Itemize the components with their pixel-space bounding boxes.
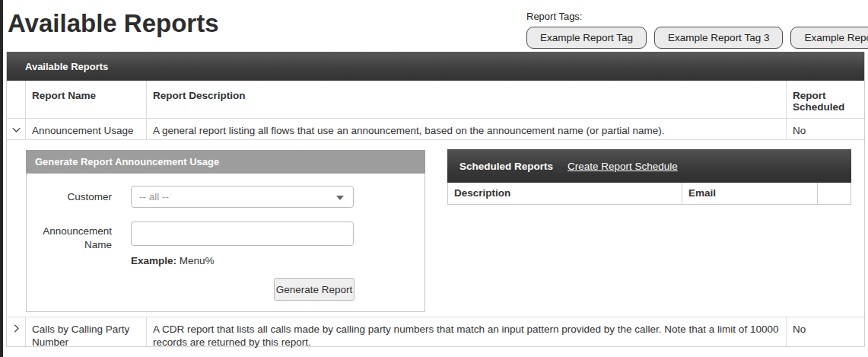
generate-report-panel: Generate Report Announcement Usage Custo…: [26, 150, 425, 312]
page-title: Available Reports: [8, 9, 219, 38]
column-header-report-scheduled: Report Scheduled: [787, 81, 864, 118]
window-left-edge: [0, 0, 3, 357]
scheduled-reports-title: Scheduled Reports: [459, 161, 553, 172]
report-name-cell: Announcement Usage: [26, 119, 147, 139]
scheduled-column-email: Email: [682, 183, 817, 204]
example-hint-value: Menu%: [176, 255, 215, 266]
column-header-report-description: Report Description: [147, 81, 787, 118]
expanded-row-announcement-usage: Generate Report Announcement Usage Custo…: [7, 140, 864, 317]
report-scheduled-cell: No: [787, 317, 864, 346]
example-hint: Example: Menu%: [131, 255, 215, 266]
customer-label: Customer: [27, 190, 112, 204]
announcement-name-label: Announcement Name: [27, 225, 112, 252]
chevron-right-icon[interactable]: [11, 323, 22, 346]
report-tags-label: Report Tags:: [526, 11, 866, 22]
chevron-down-icon[interactable]: [11, 124, 22, 139]
scheduled-column-description: Description: [448, 183, 682, 204]
customer-select-value: -- all --: [139, 191, 169, 202]
table-row-calls-by-calling-party-number[interactable]: Calls by Calling Party Number A CDR repo…: [7, 317, 864, 346]
scheduled-column-actions: [817, 183, 851, 204]
column-header-report-name: Report Name: [26, 81, 147, 118]
tag-button-example-report-tag[interactable]: Example Report Tag: [526, 27, 647, 49]
available-reports-table: Available Reports Report Name Report Des…: [6, 52, 865, 347]
example-hint-label: Example:: [131, 255, 176, 266]
expander-column-header: [7, 81, 26, 118]
scheduled-reports-panel: Scheduled Reports Create Report Schedule…: [447, 149, 851, 205]
scheduled-reports-columns-row: Description Email: [447, 183, 851, 205]
tag-button-example-report-tag-2[interactable]: Example Report Tag 2: [790, 27, 868, 49]
report-scheduled-cell: No: [787, 119, 864, 139]
generate-report-button[interactable]: Generate Report: [274, 278, 355, 301]
report-tags-area: Report Tags: Example Report Tag Example …: [526, 11, 866, 49]
report-description-cell: A CDR report that lists all calls made b…: [147, 317, 787, 346]
report-name-cell: Calls by Calling Party Number: [26, 317, 147, 346]
generate-report-panel-header: Generate Report Announcement Usage: [26, 150, 425, 174]
table-row-announcement-usage[interactable]: Announcement Usage A general report list…: [7, 119, 864, 140]
chevron-down-icon: [336, 196, 344, 200]
scheduled-reports-header: Scheduled Reports Create Report Schedule: [447, 149, 851, 183]
table-header-row: Report Name Report Description Report Sc…: [7, 81, 864, 119]
report-tags-row: Example Report Tag Example Report Tag 3 …: [526, 27, 866, 49]
announcement-name-input[interactable]: [131, 222, 354, 246]
create-report-schedule-link[interactable]: Create Report Schedule: [568, 161, 678, 172]
report-description-cell: A general report listing all flows that …: [147, 119, 787, 139]
customer-select[interactable]: -- all --: [131, 186, 354, 208]
table-titlebar: Available Reports: [7, 52, 864, 81]
tag-button-example-report-tag-3[interactable]: Example Report Tag 3: [654, 27, 783, 49]
